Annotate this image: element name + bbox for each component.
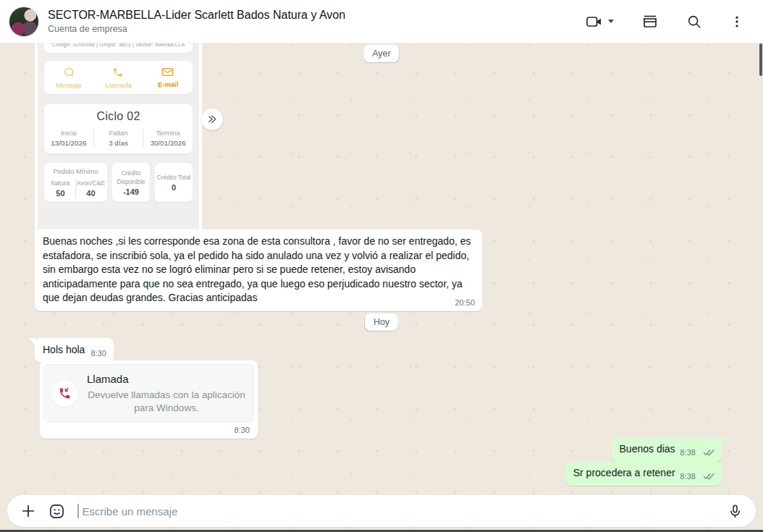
chat-header-info[interactable]: SECTOR-MARBELLA-Lider Scarlett Bados Nat…	[48, 8, 583, 35]
double-check-icon	[703, 472, 715, 481]
chat-header: SECTOR-MARBELLA-Lider Scarlett Bados Nat…	[0, 0, 763, 43]
kebab-menu-icon	[730, 14, 744, 29]
envelope-icon	[161, 67, 174, 77]
sticker-smiley-icon	[49, 503, 65, 520]
whatsapp-window: SECTOR-MARBELLA-Lider Scarlett Bados Nat…	[0, 0, 763, 532]
ciclo-card: Ciclo 02 Inicia 13/01/2026 Faltan 3 días…	[44, 104, 193, 153]
credito-total-card: Crédito Total 0	[155, 163, 193, 202]
phone-icon	[112, 67, 124, 78]
message-time: 20:50	[455, 298, 475, 307]
storefront-button[interactable]	[638, 10, 662, 33]
call-title: Llamada	[87, 373, 246, 385]
message-time: 8:30	[90, 349, 106, 358]
plus-icon	[20, 503, 36, 519]
pedido-avon: Avon/C&E 40	[75, 179, 106, 198]
search-icon	[686, 14, 702, 30]
message-time: 8:38	[680, 472, 696, 481]
greeting-message[interactable]: Hols hola 8:30	[35, 338, 114, 363]
outgoing-message[interactable]: Buenos dias 8:38	[612, 438, 722, 462]
message-time: 8:38	[680, 448, 696, 457]
voice-message-button[interactable]	[728, 504, 743, 519]
input-placeholder: Escribe un mensaje	[83, 505, 178, 518]
forward-arrow-icon	[206, 114, 219, 124]
card-action-label: E-mail	[157, 80, 178, 89]
call-description: Devuelve llamadas con la aplicación para…	[87, 389, 246, 415]
microphone-icon	[728, 504, 743, 519]
search-button[interactable]	[683, 11, 705, 33]
chat-title: SECTOR-MARBELLA-Lider Scarlett Bados Nat…	[48, 8, 583, 22]
credito-disponible-card: Crédito Disponible -149	[112, 163, 150, 202]
ciclo-faltan: Faltan 3 días	[93, 129, 143, 147]
outgoing-message[interactable]: Sr procedera a retener 8:38	[565, 462, 722, 486]
text-caret	[77, 504, 79, 518]
ciclo-title: Ciclo 02	[44, 110, 193, 123]
card-action-llamada[interactable]: Llamada	[93, 67, 143, 89]
credit-row: Pedido Mínimo Natura 50 Avon/C&E 40	[44, 163, 193, 202]
message-text: Buenas noches ,si les corresponde esa zo…	[43, 235, 475, 305]
video-call-icon	[586, 13, 603, 30]
storefront-icon	[641, 13, 659, 30]
warning-message[interactable]: Buenas noches ,si les corresponde esa zo…	[35, 229, 482, 311]
double-check-icon	[703, 448, 715, 457]
ciclo-termina: Termina 30/01/2026	[143, 129, 193, 147]
date-separator-yesterday: Ayer	[363, 45, 399, 62]
attach-button[interactable]	[20, 503, 36, 519]
card-action-email[interactable]: E-mail	[143, 67, 193, 89]
card-action-label: Mensaje	[56, 81, 82, 89]
pedido-natura: Natura 50	[46, 179, 75, 198]
menu-button[interactable]	[727, 12, 747, 32]
call-message[interactable]: Llamada Devuelve llamadas con la aplicac…	[40, 360, 258, 439]
pedido-minimo-card: Pedido Mínimo Natura 50 Avon/C&E 40	[44, 163, 107, 202]
missed-call-icon	[51, 381, 77, 407]
chat-avatar[interactable]	[9, 7, 39, 37]
video-call-button[interactable]	[583, 10, 617, 33]
chat-bubble-icon	[63, 67, 75, 78]
call-panel: Llamada Devuelve llamadas con la aplicac…	[43, 364, 254, 423]
emoji-button[interactable]	[49, 503, 65, 520]
message-list: Ayer Código: 3205948 | Grupo: 3823 | Sec…	[0, 43, 763, 532]
card-action-label: Llamada	[105, 81, 131, 89]
codigo-line: Código: 3205948 | Grupo: 3823 | Sector: …	[44, 43, 193, 53]
message-composer: Escribe un mensaje	[7, 495, 756, 527]
chevron-down-icon	[608, 20, 614, 23]
message-text: Sr procedera a retener	[573, 466, 675, 481]
card-action-mensaje[interactable]: Mensaje	[44, 67, 93, 89]
message-input[interactable]: Escribe un mensaje	[77, 504, 715, 518]
chat-subtitle: Cuenta de empresa	[48, 23, 583, 35]
scrollbar-thumb[interactable]	[759, 43, 762, 76]
message-time: 8:30	[43, 426, 250, 434]
message-text: Buenos dias	[620, 442, 675, 457]
forward-message-button[interactable]	[201, 109, 223, 130]
header-actions	[583, 10, 747, 33]
card-actions-row: Mensaje Llamada	[44, 61, 193, 94]
message-text: Hols hola	[43, 343, 85, 358]
date-separator-today: Hoy	[365, 313, 398, 331]
ciclo-inicia: Inicia 13/01/2026	[44, 129, 93, 147]
